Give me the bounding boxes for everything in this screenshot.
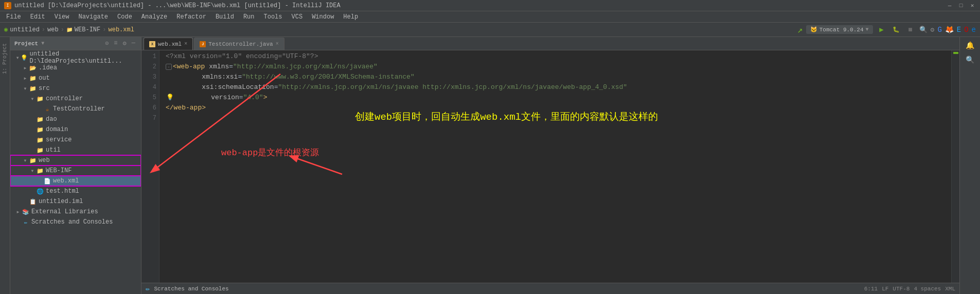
nav-forward-icon[interactable]: ↗ [797, 24, 803, 35]
scratches-icon: ✏ [22, 218, 30, 226]
chrome-icon[interactable]: G [937, 26, 941, 34]
menu-tools[interactable]: Tools [260, 12, 287, 22]
menu-run[interactable]: Run [239, 12, 259, 22]
firefox-icon[interactable]: 🦊 [945, 25, 954, 34]
menu-edit[interactable]: Edit [26, 12, 49, 22]
panel-actions: ⊙ ≡ ⚙ — [103, 40, 137, 47]
tree-item-root[interactable]: ▼ 💡 untitled D:\IdeaProjects\untitl... [10, 52, 141, 63]
debug-button[interactable]: 🐛 [890, 24, 902, 35]
menu-file[interactable]: File [2, 12, 25, 22]
tab-webxml[interactable]: X web.xml × [144, 38, 193, 50]
line-col-indicator[interactable]: 6:11 [864, 286, 878, 292]
menu-build[interactable]: Build [211, 12, 238, 22]
tree-arrow-extlibs: ► [14, 210, 22, 214]
tree-label-webinf: WEB-INF [46, 167, 72, 174]
code-area[interactable]: <?xml version="1.0" encoding="UTF-8"?> -… [159, 50, 951, 294]
tab-testcontroller[interactable]: J TestController.java × [194, 38, 284, 50]
tree-item-out[interactable]: ► 📁 out [10, 73, 141, 83]
toolbar: ◉ untitled › web › 📁 WEB-INF › web.xml ↗… [0, 23, 980, 37]
stop-button[interactable]: ■ [905, 24, 916, 35]
title-bar: I untitled [D:\IdeaProjects\untitled] - … [0, 0, 980, 11]
tree-item-service[interactable]: 📁 service [10, 135, 141, 145]
tree-item-testcontroller[interactable]: ☕ TestController [10, 104, 141, 114]
menu-navigate[interactable]: Navigate [74, 12, 112, 22]
right-tools: 🔔 🔍 [959, 37, 980, 294]
breadcrumb-web[interactable]: web [47, 26, 59, 33]
tree-item-webinf[interactable]: ▼ 📁 WEB-INF [10, 166, 141, 176]
tree-item-controller[interactable]: ▼ 📁 controller [10, 94, 141, 104]
tree-item-extlibs[interactable]: ► 📚 External Libraries [10, 207, 141, 217]
bulb-icon[interactable]: 💡 [166, 94, 174, 102]
search-everywhere-icon[interactable]: 🔍 [919, 26, 928, 34]
panel-settings-icon[interactable]: ⚙ [121, 40, 128, 47]
menu-window[interactable]: Window [308, 12, 338, 22]
extlibs-icon: 📚 [22, 208, 30, 215]
indent-indicator[interactable]: 4 spaces [914, 286, 941, 292]
panel-collapse-icon[interactable]: ≡ [112, 40, 119, 47]
run-button[interactable]: ▶ [876, 24, 887, 35]
tab-webxml-close[interactable]: × [184, 41, 187, 47]
encoding-indicator[interactable]: UTF-8 [893, 286, 910, 292]
menu-view[interactable]: View [50, 12, 74, 22]
tree-item-scratches[interactable]: ✏ Scratches and Consoles [10, 217, 141, 227]
tree-item-testhtml[interactable]: 🌐 test.html [10, 186, 141, 196]
panel-minimize-icon[interactable]: — [130, 40, 137, 47]
tree-label-service: service [46, 136, 72, 143]
run-config-selector[interactable]: 🐱 Tomcat 9.0.24 ▼ [806, 25, 873, 34]
window-controls[interactable]: — □ ✕ [946, 2, 976, 9]
panel-sync-icon[interactable]: ⊙ [103, 40, 110, 47]
project-panel-label[interactable]: 1: Project [2, 43, 8, 74]
scratches-bottom-icon[interactable]: ✏ [146, 284, 150, 293]
lf-indicator[interactable]: LF [882, 286, 888, 292]
code-line-1: <?xml version="1.0" encoding="UTF-8"?> [166, 51, 945, 62]
menu-refactor[interactable]: Refactor [172, 12, 210, 22]
tree-item-iml[interactable]: 📋 untitled.iml [10, 196, 141, 207]
annotation-en: web-app是文件的根资源 [221, 148, 319, 158]
tree-item-src[interactable]: ▼ 📁 src [10, 83, 141, 94]
project-tree: ▼ 💡 untitled D:\IdeaProjects\untitl... ►… [10, 50, 141, 294]
tab-testcontroller-close[interactable]: × [276, 41, 279, 47]
tree-item-domain[interactable]: 📁 domain [10, 124, 141, 135]
root-icon: 💡 [21, 54, 28, 61]
window-title: untitled [D:\IdeaProjects\untitled] - ..… [14, 2, 341, 9]
tree-arrow-out: ► [22, 76, 29, 81]
breadcrumb-webinf[interactable]: WEB-INF [75, 26, 100, 33]
tree-label-scratches: Scratches and Consoles [31, 218, 113, 226]
menu-analyze[interactable]: Analyze [137, 12, 171, 22]
tab-java-icon: J [200, 41, 206, 47]
tree-item-dao[interactable]: 📁 dao [10, 114, 141, 124]
out-folder-icon: 📁 [29, 75, 37, 82]
folder-icon: 📁 [66, 27, 73, 33]
settings-icon[interactable]: ⚙ [931, 26, 935, 34]
tree-label-util: util [46, 146, 61, 154]
scratches-label[interactable]: Scratches and Consoles [154, 286, 228, 292]
close-button[interactable]: ✕ [969, 2, 976, 9]
edge-icon[interactable]: E [957, 26, 961, 34]
maximize-button[interactable]: □ [957, 2, 965, 9]
ie-icon[interactable]: e [972, 26, 976, 34]
tree-label-out: out [39, 75, 50, 82]
run-config-dropdown-icon[interactable]: ▼ [866, 27, 869, 32]
breadcrumb: ◉ untitled › web › 📁 WEB-INF › web.xml [4, 26, 134, 33]
minimize-button[interactable]: — [946, 2, 953, 9]
webinf-icon: 📁 [36, 167, 44, 174]
breadcrumb-webxml[interactable]: web.xml [108, 26, 134, 33]
lang-indicator[interactable]: XML [945, 286, 955, 292]
fold-icon-line2[interactable]: - [166, 64, 172, 70]
tree-arrow-idea: ► [22, 66, 29, 70]
inspect-icon[interactable]: 🔍 [964, 53, 976, 66]
menu-vcs[interactable]: VCS [288, 12, 307, 22]
menu-code[interactable]: Code [113, 12, 136, 22]
editor-content: 1 2 3 4 5 6 7 <?xml version="1.0" encodi… [141, 50, 959, 294]
menu-help[interactable]: Help [339, 12, 362, 22]
notifications-icon[interactable]: 🔔 [964, 39, 976, 51]
webxml-icon: 📄 [43, 177, 51, 185]
breadcrumb-untitled[interactable]: untitled [10, 26, 40, 33]
tree-item-util[interactable]: 📁 util [10, 145, 141, 155]
panel-dropdown-icon[interactable]: ▼ [41, 41, 44, 46]
service-icon: 📁 [36, 136, 44, 143]
line-numbers: 1 2 3 4 5 6 7 [141, 50, 159, 294]
opera-icon[interactable]: O [964, 26, 968, 34]
tree-item-webxml[interactable]: 📄 web.xml [10, 176, 141, 186]
tree-item-web[interactable]: ▼ 📁 web [10, 155, 141, 166]
